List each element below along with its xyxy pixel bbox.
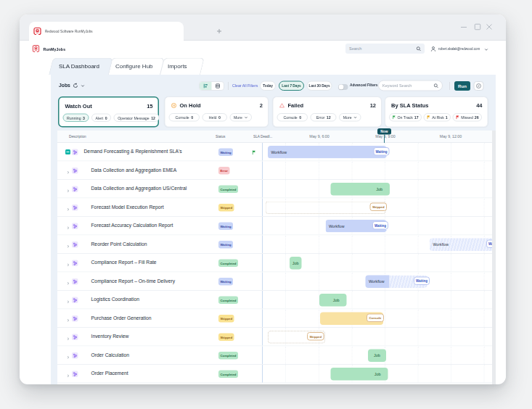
run-button[interactable]: Run <box>454 81 470 91</box>
row-expander[interactable] <box>67 336 70 339</box>
chip-alert[interactable]: Alert0 <box>91 114 111 123</box>
expand-chevron-icon[interactable] <box>67 282 70 286</box>
row-description[interactable]: Purchase Order Generation <box>91 315 152 321</box>
row-expander[interactable] <box>67 373 70 376</box>
table-row[interactable]: Data Collection and Aggregation US/Centr… <box>57 180 492 199</box>
close-icon[interactable] <box>485 22 494 31</box>
checkbox-checked[interactable] <box>65 149 70 154</box>
row-expander[interactable] <box>67 262 70 265</box>
expand-chevron-icon[interactable] <box>67 319 70 323</box>
expand-chevron-icon[interactable] <box>67 263 70 267</box>
card-on-hold[interactable]: On Hold 2 Console0 Held0 More <box>165 96 269 128</box>
chip-console[interactable]: Console0 <box>277 113 308 122</box>
table-row[interactable]: Purchase Order GenerationSkippedConsole <box>57 310 492 329</box>
minimize-icon[interactable] <box>459 22 468 31</box>
timeline-bar[interactable]: Workflow <box>268 146 387 159</box>
table-view-button[interactable] <box>212 82 224 90</box>
expand-chevron-icon[interactable] <box>67 374 70 378</box>
global-search-input[interactable]: Search <box>345 44 425 54</box>
card-by-sla-status[interactable]: By SLA Status 44 On Track17 At Risk1 Mis… <box>385 96 488 128</box>
expand-chevron-icon[interactable] <box>67 356 70 360</box>
row-expander[interactable] <box>67 169 70 173</box>
row-description[interactable]: Compliance Report – On-time Delivery <box>91 278 176 284</box>
chip-error[interactable]: Error12 <box>311 113 337 122</box>
row-description[interactable]: Forecast Accuracy Calculation Report <box>91 223 173 228</box>
row-expander[interactable] <box>67 188 70 191</box>
row-expander[interactable] <box>67 225 70 228</box>
jobs-dropdown-chevron-icon[interactable] <box>81 84 85 88</box>
table-row[interactable]: Order CalculationCompletedJob <box>57 347 492 365</box>
chip-missed[interactable]: Missed26 <box>453 113 482 122</box>
expand-chevron-icon[interactable] <box>67 208 70 212</box>
filter-today[interactable]: Today <box>260 81 276 91</box>
user-menu-chevron-icon[interactable] <box>484 48 488 52</box>
row-description[interactable]: Forecast Model Execution Report <box>91 204 164 210</box>
col-description[interactable]: Description <box>69 135 86 139</box>
row-expander[interactable] <box>67 317 70 321</box>
gantt-view-button[interactable] <box>200 82 212 90</box>
chip-operator-message[interactable]: Operator Message12 <box>114 114 160 123</box>
timeline-bar[interactable]: Workflow <box>430 239 492 252</box>
tab-sla-dashboard[interactable]: SLA Dashboard <box>49 58 113 75</box>
card-watch-out[interactable]: Watch Out 15 Running3 Alert0 Operator Me… <box>58 96 159 128</box>
table-row[interactable]: Order PlacementCompletedJob <box>57 365 492 384</box>
row-expander[interactable] <box>67 206 70 210</box>
scrollbar[interactable] <box>492 131 496 384</box>
new-tab-button[interactable] <box>216 28 223 35</box>
col-status[interactable]: Status <box>216 135 225 139</box>
table-row[interactable]: Reorder Point CalculationWaitingWorkflow… <box>57 236 492 255</box>
timeline-bar[interactable] <box>266 202 386 215</box>
table-row[interactable]: Compliance Report – Fill RateCompletedJo… <box>57 254 492 273</box>
timeline-bar[interactable]: Job <box>331 368 388 381</box>
expand-chevron-icon[interactable] <box>67 300 70 304</box>
col-sla-deadline[interactable]: SLA Deadl... <box>253 135 272 139</box>
row-expander[interactable] <box>67 354 70 358</box>
chip-on-track[interactable]: On Track17 <box>389 113 422 122</box>
keyword-search-input[interactable]: Keyword Search <box>378 80 443 91</box>
chip-running[interactable]: Running3 <box>63 114 89 123</box>
table-row[interactable]: Logistics CoordinationCompletedJob <box>57 291 492 310</box>
row-description[interactable]: Compliance Report – Fill Rate <box>91 260 157 265</box>
row-description[interactable]: Data Collection and Aggregation US/Centr… <box>91 186 187 191</box>
chip-more[interactable]: More <box>229 113 251 122</box>
row-description[interactable]: Demand Forecasting & Replenishment SLA's <box>84 149 182 154</box>
filter-count-button[interactable]: 2 <box>474 81 484 91</box>
expand-chevron-icon[interactable] <box>67 226 70 230</box>
table-row[interactable]: Forecast Accuracy Calculation ReportWait… <box>57 217 492 236</box>
row-expander[interactable] <box>67 299 70 302</box>
user-email[interactable]: robert.skalak@redwood.com <box>438 47 480 51</box>
table-row[interactable]: Inventory ReviewSkippedSkipped <box>57 328 492 347</box>
row-expander[interactable] <box>67 280 70 284</box>
expand-chevron-icon[interactable] <box>67 337 70 341</box>
jobs-label[interactable]: Jobs <box>59 83 70 88</box>
filter-last-30-days[interactable]: Last 30 Days <box>307 81 332 91</box>
chip-more[interactable]: More <box>339 113 361 122</box>
table-row[interactable]: Demand Forecasting & Replenishment SLA's… <box>57 143 492 162</box>
row-description[interactable]: Reorder Point Calculation <box>91 241 147 247</box>
row-expander[interactable] <box>67 243 70 247</box>
advanced-filters-toggle[interactable] <box>338 84 348 90</box>
row-description[interactable]: Order Placement <box>91 371 128 376</box>
timeline-bar[interactable]: Job <box>290 257 302 270</box>
card-failed[interactable]: Failed 12 Console0 Error12 More <box>273 96 382 128</box>
timeline-bar[interactable]: Job <box>368 350 386 363</box>
maximize-icon[interactable] <box>473 22 482 31</box>
tab-configure-hub[interactable]: Configure Hub <box>107 58 165 75</box>
row-description[interactable]: Data Collection and Aggregation EMEA <box>91 168 177 173</box>
timeline-bar[interactable]: Job <box>319 294 347 307</box>
refresh-icon[interactable] <box>73 83 78 88</box>
table-row[interactable]: Data Collection and Aggregation EMEAErro… <box>57 162 492 181</box>
row-description[interactable]: Inventory Review <box>91 334 129 339</box>
chip-held[interactable]: Held0 <box>202 113 227 122</box>
expand-chevron-icon[interactable] <box>67 189 70 193</box>
chip-at-risk[interactable]: At Risk1 <box>424 113 451 122</box>
chip-console[interactable]: Console0 <box>169 113 200 122</box>
table-row[interactable]: Forecast Model Execution ReportSkippedSk… <box>57 199 492 218</box>
clear-all-filters-link[interactable]: Clear All Filters <box>232 83 258 88</box>
filter-last-7-days[interactable]: Last 7 Days <box>279 81 304 91</box>
row-description[interactable]: Logistics Coordination <box>91 297 139 302</box>
table-row[interactable]: Compliance Report – On-time DeliveryWait… <box>57 273 492 292</box>
timeline-bar[interactable]: Job <box>331 183 390 196</box>
browser-tab[interactable]: Redwood Software RunMyJobs <box>29 22 184 41</box>
expand-chevron-icon[interactable] <box>67 245 70 249</box>
